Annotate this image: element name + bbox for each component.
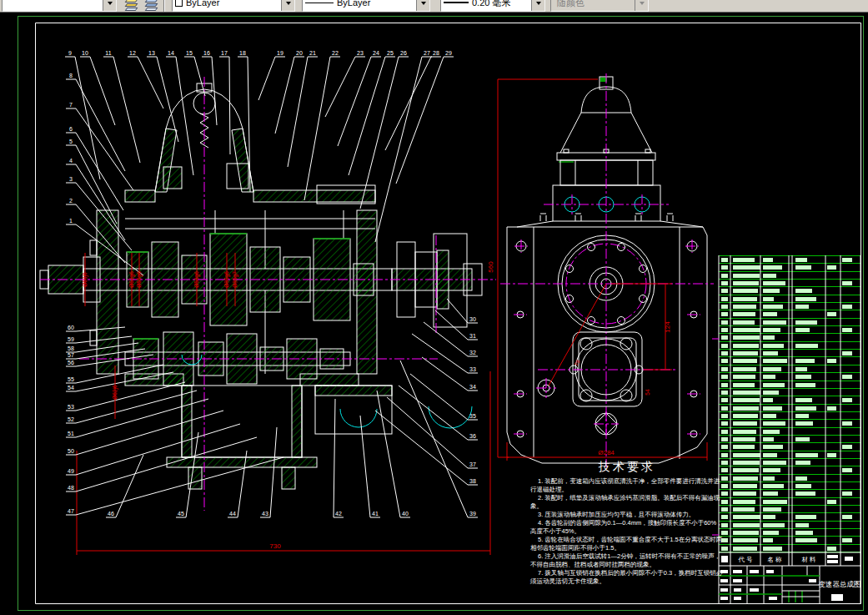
- bom-cell-text-block: [842, 375, 852, 379]
- bom-cell-text-block: [733, 367, 756, 371]
- bom-cell-text-block: [763, 414, 776, 418]
- bom-row: [719, 412, 860, 420]
- bom-cell-text-block: [842, 538, 852, 542]
- bom-cell-text-block: [721, 359, 728, 363]
- bom-cell-text-block: [721, 328, 728, 332]
- application-window: ByLayer ByLayer 0.20 毫米 随颜色 技术要求 1. 装配前，…: [0, 0, 868, 615]
- chevron-down-icon: [281, 0, 294, 11]
- bom-cell-text-block: [733, 391, 760, 395]
- bom-cell-text-block: [795, 359, 815, 363]
- bom-cell-text-block: [827, 453, 836, 457]
- bom-cell-text-block: [795, 398, 812, 402]
- tech-requirement-item: 6. 注入润滑油后空载试转1—2分钟，运转时不得有不正常的噪声，不得自由脱档、挂…: [530, 552, 724, 569]
- bom-cell-text-block: [733, 414, 758, 418]
- plotstyle-control[interactable]: 随颜色: [550, 0, 649, 12]
- bom-row: [719, 498, 860, 506]
- tech-requirements-list: 1. 装配前，变速箱内应该彻底清洗干净，全部零件要进行清洗并进行退磁处理。2. …: [530, 477, 724, 586]
- bom-cell-text-block: [795, 453, 818, 457]
- bom-row: [719, 443, 860, 451]
- bom-cell-text-block: [721, 430, 728, 434]
- bom-cell-text-block: [795, 476, 807, 481]
- bom-cell-text-block: [733, 468, 759, 472]
- bom-cell-text-block: [733, 383, 755, 387]
- tech-requirements-title: 技术要求: [530, 460, 724, 475]
- linetype-control[interactable]: ByLayer: [302, 0, 430, 12]
- bom-cell-text-block: [733, 491, 756, 496]
- bom-cell-text-block: [842, 445, 852, 449]
- bom-row: [719, 522, 860, 529]
- bom-cell-text-block: [795, 406, 816, 411]
- bom-cell-text-block: [827, 406, 836, 411]
- layers-icon: [146, 0, 157, 11]
- bom-row: [719, 256, 860, 264]
- bom-cell-text-block: [733, 297, 757, 301]
- bom-cell-text-block: [721, 383, 728, 387]
- bom-cell-text-block: [733, 476, 758, 481]
- bom-cell-text-block: [721, 367, 728, 371]
- bom-cell-text-block: [721, 297, 728, 301]
- bom-row: [719, 451, 860, 459]
- bom-cell-text-block: [795, 461, 810, 465]
- bom-cell-text-block: [733, 421, 757, 426]
- bom-cell-text-block: [763, 258, 773, 262]
- bom-cell-text-block: [763, 500, 787, 504]
- bom-cell-text-block: [721, 312, 728, 316]
- bom-cell-text-block: [733, 437, 755, 441]
- bom-row: [719, 280, 860, 287]
- bom-cell-text-block: [733, 398, 760, 402]
- bom-row: [719, 295, 860, 303]
- bom-cell-text-block: [763, 484, 784, 488]
- bom-row: [719, 529, 860, 537]
- bom-row: [719, 342, 860, 350]
- toolbar-separator: [163, 0, 165, 12]
- tech-requirement-item: 2. 装配时，纸垫及滚动轴承应涂钙基润滑脂。装配后不得有漏油现象。: [530, 494, 724, 511]
- bom-cell-text-block: [795, 344, 818, 348]
- bom-cell-text-block: [795, 523, 809, 527]
- layer-previous-button[interactable]: [142, 0, 160, 13]
- bom-cell-text-block: [721, 406, 728, 411]
- bom-cell-text-block: [795, 437, 810, 441]
- bom-cell-text-block: [733, 375, 755, 379]
- bom-cell-text-block: [842, 398, 852, 402]
- bom-row: [719, 264, 860, 271]
- bom-cell-text-block: [842, 258, 852, 262]
- bom-cell-text-block: [763, 531, 779, 535]
- layer-dropdown[interactable]: [2, 0, 117, 12]
- bom-cell-text-block: [795, 421, 813, 426]
- bom-row: [719, 357, 860, 365]
- bom-row: [719, 436, 860, 443]
- color-control[interactable]: ByLayer: [172, 0, 295, 12]
- bom-cell-text-block: [842, 515, 852, 519]
- bom-cell-text-block: [733, 351, 758, 355]
- bom-cell-text-block: [733, 344, 759, 348]
- bom-row: [719, 396, 860, 404]
- bom-cell-text-block: [827, 265, 836, 270]
- bom-cell-text-block: [763, 367, 781, 371]
- bom-cell-text-block: [733, 359, 757, 363]
- bom-cell-text-block: [763, 265, 782, 270]
- bom-cell-text-block: [763, 281, 785, 285]
- bom-cell-text-block: [842, 351, 852, 355]
- bom-cell-text-block: [721, 305, 728, 309]
- color-swatch: [175, 0, 183, 7]
- bom-row: [719, 319, 860, 326]
- bom-cell-text-block: [827, 312, 836, 316]
- bom-cell-text-block: [763, 523, 785, 527]
- bom-cell-text-block: [763, 335, 775, 340]
- bom-cell-text-block: [733, 523, 760, 527]
- color-value: ByLayer: [183, 0, 219, 8]
- chevron-down-icon: [531, 0, 544, 11]
- lineweight-sample: [444, 2, 469, 3]
- bom-cell-text-block: [763, 445, 783, 449]
- bom-row: [719, 310, 860, 318]
- bom-cell-text-block: [733, 430, 756, 434]
- make-object-layer-current-button[interactable]: [122, 0, 140, 13]
- lineweight-control[interactable]: 0.20 毫米: [440, 0, 545, 12]
- bom-table: [719, 255, 860, 552]
- bom-cell-text-block: [763, 468, 780, 472]
- tech-requirement-item: 4. 各齿轮副的齿侧间隙为0.1—0.4mm，接触印痕长度不小于60%，高度不小…: [530, 519, 724, 536]
- bom-row: [719, 405, 860, 412]
- bom-cell-text-block: [842, 281, 852, 285]
- bom-cell-text-block: [721, 351, 728, 355]
- bom-cell-text-block: [827, 500, 836, 504]
